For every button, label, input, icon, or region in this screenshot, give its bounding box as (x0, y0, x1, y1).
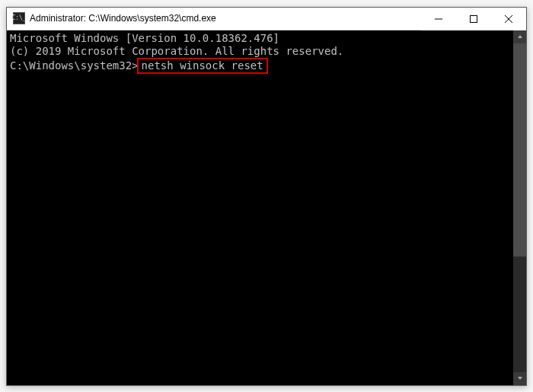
window-controls (421, 8, 526, 30)
prompt: C:\Windows\system32> (10, 59, 139, 72)
scroll-track[interactable] (513, 43, 526, 372)
prompt-line: C:\Windows\system32>netsh winsock reset (10, 58, 268, 74)
close-button[interactable] (491, 8, 526, 30)
scroll-up-button[interactable] (513, 30, 526, 43)
titlebar[interactable]: C:\_ Administrator: C:\Windows\system32\… (7, 8, 526, 30)
terminal[interactable]: Microsoft Windows [Version 10.0.18362.47… (7, 30, 513, 385)
minimize-button[interactable] (421, 8, 456, 30)
minimize-icon (435, 15, 442, 23)
output-line: (c) 2019 Microsoft Corporation. All righ… (10, 45, 510, 58)
cmd-icon: C:\_ (13, 12, 25, 24)
vertical-scrollbar[interactable] (513, 30, 526, 385)
svg-rect-1 (471, 15, 477, 22)
chevron-up-icon (517, 34, 523, 39)
chevron-down-icon (517, 376, 523, 381)
scroll-thumb[interactable] (513, 43, 526, 257)
output-line: Microsoft Windows [Version 10.0.18362.47… (10, 32, 510, 45)
maximize-button[interactable] (456, 8, 491, 30)
command-text: netsh winsock reset (142, 59, 263, 72)
terminal-area: Microsoft Windows [Version 10.0.18362.47… (7, 30, 526, 385)
scroll-down-button[interactable] (513, 372, 526, 385)
window-title: Administrator: C:\Windows\system32\cmd.e… (30, 13, 216, 24)
command-highlight: netsh winsock reset (137, 58, 268, 74)
maximize-icon (470, 15, 477, 23)
cmd-window: C:\_ Administrator: C:\Windows\system32\… (6, 7, 527, 386)
cmd-icon-glyph: C:\_ (11, 15, 26, 21)
close-icon (505, 15, 512, 23)
